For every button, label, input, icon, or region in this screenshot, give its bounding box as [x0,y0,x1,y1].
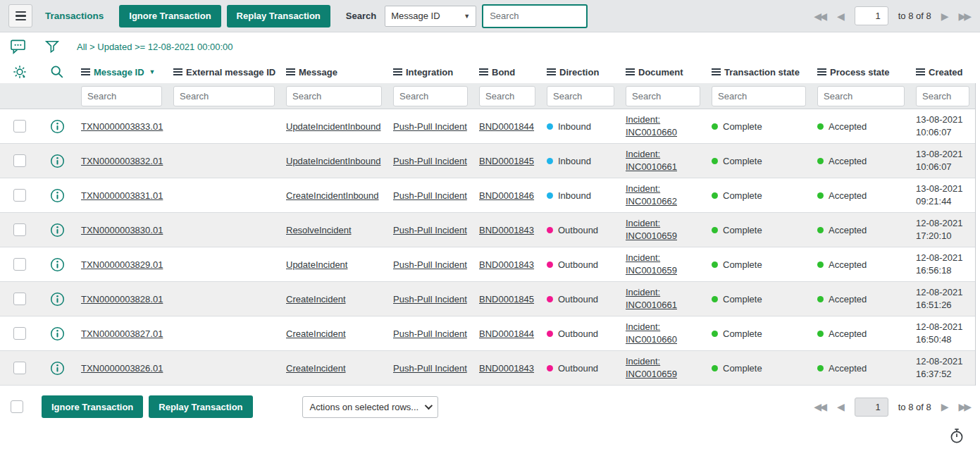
row-checkbox[interactable] [13,293,26,305]
bond-link[interactable]: BND0001843 [479,225,534,235]
next-page-icon[interactable]: ▶ [941,11,949,21]
message-id-link[interactable]: TXN0000003829.01 [81,259,163,270]
filter-input-direction[interactable] [547,86,614,106]
bond-link[interactable]: BND0001845 [479,156,534,166]
message-id-link[interactable]: TXN0000003833.01 [81,121,163,132]
actions-dropdown[interactable]: Actions on selected rows... [302,396,438,418]
column-header-created[interactable]: Created [910,67,980,78]
column-header-external-message-id[interactable]: External message ID [168,67,280,78]
message-id-link[interactable]: TXN0000003826.01 [81,363,163,374]
comments-icon[interactable] [10,39,26,54]
integration-link[interactable]: Push-Pull Incident [393,190,467,201]
bond-link[interactable]: BND0001845 [479,294,534,305]
bond-link[interactable]: BND0001844 [479,121,534,132]
document-link[interactable]: Incident: INC0010659 [626,355,706,380]
row-checkbox[interactable] [13,120,26,133]
bond-link[interactable]: BND0001843 [479,259,534,270]
row-info-icon[interactable] [39,223,75,238]
row-info-icon[interactable] [39,154,75,168]
integration-link[interactable]: Push-Pull Incident [393,363,467,374]
last-page-icon[interactable]: ▶▶ [958,11,969,21]
bond-link[interactable]: BND0001843 [479,363,534,374]
row-checkbox[interactable] [13,223,26,236]
column-menu-icon[interactable] [916,68,925,76]
row-info-icon[interactable] [39,188,75,203]
page-number-input-bottom[interactable] [855,398,888,417]
message-id-link[interactable]: TXN0000003828.01 [81,294,163,305]
row-info-icon[interactable] [39,257,75,272]
ignore-transaction-button-bottom[interactable]: Ignore Transaction [42,395,143,418]
column-menu-icon[interactable] [817,68,826,76]
row-info-icon[interactable] [39,361,75,376]
column-header-bond[interactable]: Bond [473,67,541,78]
document-link[interactable]: Incident: INC0010660 [626,113,706,138]
column-menu-icon[interactable] [712,68,721,76]
row-info-icon[interactable] [39,292,75,307]
column-menu-icon[interactable] [173,68,182,76]
filter-input-integration[interactable] [393,86,468,106]
document-link[interactable]: Incident: INC0010662 [626,183,706,207]
column-header-transaction-state[interactable]: Transaction state [706,67,812,78]
search-category-select[interactable]: Message ID ▼ [385,6,476,27]
filter-input-message[interactable] [286,86,382,106]
replay-transaction-button[interactable]: Replay Transaction [227,5,330,27]
message-link[interactable]: CreateIncident [286,294,346,305]
column-header-process-state[interactable]: Process state [812,67,910,78]
message-link[interactable]: CreateIncident [286,328,346,339]
last-page-icon[interactable]: ▶▶ [958,402,969,412]
column-menu-icon[interactable] [393,68,402,76]
filter-funnel-icon[interactable] [44,39,60,54]
filter-input-bond[interactable] [479,86,535,106]
integration-link[interactable]: Push-Pull Incident [393,121,467,132]
column-header-message-id[interactable]: Message ID ▼ [75,67,168,78]
row-checkbox[interactable] [13,362,26,374]
bond-link[interactable]: BND0001846 [479,190,534,201]
column-search-icon[interactable] [39,64,75,80]
document-link[interactable]: Incident: INC0010661 [626,148,706,173]
message-link[interactable]: ResolveIncident [286,225,352,235]
document-link[interactable]: Incident: INC0010659 [626,217,706,242]
column-menu-icon[interactable] [81,68,90,76]
message-link[interactable]: UpdateIncidentInbound [286,156,380,166]
column-header-message[interactable]: Message [280,67,387,78]
integration-link[interactable]: Push-Pull Incident [393,328,467,339]
integration-link[interactable]: Push-Pull Incident [393,294,467,305]
column-menu-icon[interactable] [626,68,635,76]
select-all-checkbox[interactable] [11,400,23,413]
active-filter-path[interactable]: All > Updated >= 12-08-2021 00:00:00 [77,42,233,52]
integration-link[interactable]: Push-Pull Incident [393,156,467,166]
bond-link[interactable]: BND0001844 [479,328,534,339]
row-checkbox[interactable] [13,327,26,340]
page-number-input[interactable] [855,6,888,25]
filter-input-document[interactable] [626,86,700,106]
previous-page-icon[interactable]: ◀ [837,402,845,412]
global-search-input[interactable] [482,4,588,28]
filter-input-transaction-state[interactable] [712,86,806,106]
message-id-link[interactable]: TXN0000003831.01 [81,190,163,201]
first-page-icon[interactable]: ◀◀ [814,11,825,21]
message-id-link[interactable]: TXN0000003832.01 [81,156,163,166]
row-info-icon[interactable] [39,326,75,341]
filter-input-created[interactable] [916,86,969,106]
column-header-document[interactable]: Document [620,67,706,78]
row-checkbox[interactable] [13,258,26,271]
row-checkbox[interactable] [13,189,26,202]
next-page-icon[interactable]: ▶ [941,402,949,412]
column-header-direction[interactable]: Direction [541,67,620,78]
integration-link[interactable]: Push-Pull Incident [393,259,467,270]
filter-input-external-message-id[interactable] [173,86,275,106]
stopwatch-icon[interactable] [949,427,965,446]
column-menu-icon[interactable] [547,68,556,76]
message-link[interactable]: CreateIncidentInbound [286,190,379,201]
message-id-link[interactable]: TXN0000003830.01 [81,225,163,235]
hamburger-menu-button[interactable] [8,4,32,27]
ignore-transaction-button[interactable]: Ignore Transaction [119,5,221,27]
row-checkbox[interactable] [13,154,26,167]
document-link[interactable]: Incident: INC0010661 [626,286,706,311]
first-page-icon[interactable]: ◀◀ [814,402,825,412]
column-menu-icon[interactable] [286,68,295,76]
message-link[interactable]: UpdateIncident [286,259,347,270]
message-id-link[interactable]: TXN0000003827.01 [81,328,163,339]
filter-input-process-state[interactable] [817,86,905,106]
message-link[interactable]: CreateIncident [286,363,346,374]
